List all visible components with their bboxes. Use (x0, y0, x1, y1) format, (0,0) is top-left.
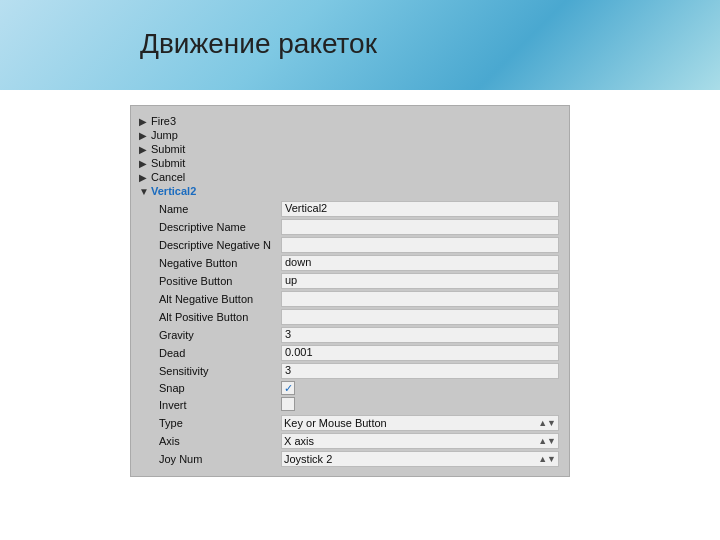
property-row: TypeKey or Mouse Button▲▼ (137, 414, 563, 432)
tree-label-fire3: Fire3 (151, 115, 176, 127)
property-text-field[interactable]: 3 (281, 363, 559, 379)
property-value-cell: 3 (277, 326, 563, 344)
property-label: Descriptive Negative N (137, 236, 277, 254)
property-row: Invert (137, 396, 563, 414)
property-text-field[interactable]: down (281, 255, 559, 271)
property-label: Invert (137, 396, 277, 414)
dropdown-arrow-icon: ▲▼ (538, 418, 556, 428)
property-label: Negative Button (137, 254, 277, 272)
property-row: Snap (137, 380, 563, 396)
property-row: Positive Buttonup (137, 272, 563, 290)
property-label: Gravity (137, 326, 277, 344)
tree-arrow-fire3: ▶ (139, 116, 151, 127)
property-label: Alt Negative Button (137, 290, 277, 308)
tree-item-submit1[interactable]: ▶Submit (137, 142, 563, 156)
tree-container: ▶Fire3▶Jump▶Submit▶Submit▶Cancel▼Vertica… (137, 114, 563, 198)
property-text-field[interactable] (281, 291, 559, 307)
property-dropdown[interactable]: Joystick 2▲▼ (281, 451, 559, 467)
property-label: Positive Button (137, 272, 277, 290)
tree-label-vertical2: Vertical2 (151, 185, 196, 197)
property-value-cell: 3 (277, 362, 563, 380)
property-value-cell (277, 380, 563, 396)
property-value-cell (277, 218, 563, 236)
property-label: Type (137, 414, 277, 432)
tree-arrow-submit2: ▶ (139, 158, 151, 169)
property-label: Joy Num (137, 450, 277, 468)
property-value-cell: Key or Mouse Button▲▼ (277, 414, 563, 432)
tree-arrow-jump: ▶ (139, 130, 151, 141)
tree-label-cancel: Cancel (151, 171, 185, 183)
property-checkbox[interactable] (281, 397, 295, 411)
property-text-field[interactable]: up (281, 273, 559, 289)
dropdown-text: Joystick 2 (284, 453, 332, 465)
unity-input-manager-panel: ▶Fire3▶Jump▶Submit▶Submit▶Cancel▼Vertica… (130, 105, 570, 477)
property-label: Sensitivity (137, 362, 277, 380)
property-label: Axis (137, 432, 277, 450)
property-label: Descriptive Name (137, 218, 277, 236)
dropdown-text: Key or Mouse Button (284, 417, 387, 429)
tree-label-submit1: Submit (151, 143, 185, 155)
property-row: NameVertical2 (137, 200, 563, 218)
property-row: Descriptive Name (137, 218, 563, 236)
properties-table: NameVertical2Descriptive NameDescriptive… (137, 200, 563, 468)
property-row: Sensitivity3 (137, 362, 563, 380)
property-value-cell (277, 308, 563, 326)
dropdown-arrow-icon: ▲▼ (538, 436, 556, 446)
tree-item-submit2[interactable]: ▶Submit (137, 156, 563, 170)
property-checkbox[interactable] (281, 381, 295, 395)
property-text-field[interactable] (281, 237, 559, 253)
tree-item-fire3[interactable]: ▶Fire3 (137, 114, 563, 128)
tree-label-submit2: Submit (151, 157, 185, 169)
tree-item-cancel[interactable]: ▶Cancel (137, 170, 563, 184)
property-dropdown[interactable]: X axis▲▼ (281, 433, 559, 449)
property-row: Descriptive Negative N (137, 236, 563, 254)
page-title: Движение ракеток (140, 28, 377, 60)
property-value-cell: Joystick 2▲▼ (277, 450, 563, 468)
property-row: Alt Positive Button (137, 308, 563, 326)
property-text-field[interactable] (281, 219, 559, 235)
property-dropdown[interactable]: Key or Mouse Button▲▼ (281, 415, 559, 431)
property-value-cell (277, 396, 563, 414)
property-value-cell (277, 236, 563, 254)
props-container: NameVertical2Descriptive NameDescriptive… (137, 200, 563, 468)
property-value-cell: X axis▲▼ (277, 432, 563, 450)
property-text-field[interactable] (281, 309, 559, 325)
property-label: Name (137, 200, 277, 218)
tree-label-jump: Jump (151, 129, 178, 141)
property-row: Alt Negative Button (137, 290, 563, 308)
dropdown-arrow-icon: ▲▼ (538, 454, 556, 464)
tree-arrow-submit1: ▶ (139, 144, 151, 155)
property-label: Snap (137, 380, 277, 396)
tree-arrow-vertical2: ▼ (139, 186, 151, 197)
tree-item-vertical2[interactable]: ▼Vertical2 (137, 184, 563, 198)
property-label: Dead (137, 344, 277, 362)
dropdown-text: X axis (284, 435, 314, 447)
tree-item-jump[interactable]: ▶Jump (137, 128, 563, 142)
property-text-field[interactable]: 3 (281, 327, 559, 343)
property-label: Alt Positive Button (137, 308, 277, 326)
property-row: Dead0.001 (137, 344, 563, 362)
property-text-field[interactable]: Vertical2 (281, 201, 559, 217)
property-value-cell: Vertical2 (277, 200, 563, 218)
property-value-cell: 0.001 (277, 344, 563, 362)
property-value-cell: down (277, 254, 563, 272)
property-row: Gravity3 (137, 326, 563, 344)
property-row: AxisX axis▲▼ (137, 432, 563, 450)
tree-arrow-cancel: ▶ (139, 172, 151, 183)
property-row: Joy NumJoystick 2▲▼ (137, 450, 563, 468)
property-value-cell: up (277, 272, 563, 290)
property-text-field[interactable]: 0.001 (281, 345, 559, 361)
property-value-cell (277, 290, 563, 308)
property-row: Negative Buttondown (137, 254, 563, 272)
